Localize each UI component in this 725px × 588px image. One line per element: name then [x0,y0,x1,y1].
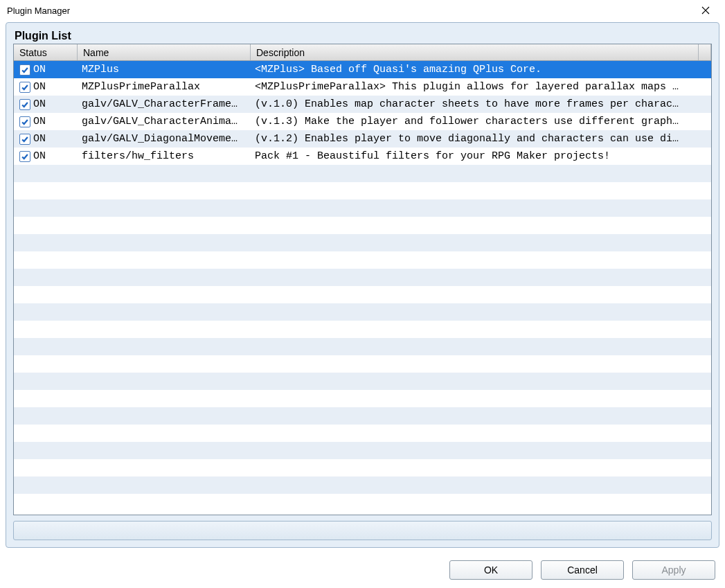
status-checkbox[interactable] [19,99,30,110]
status-checkbox[interactable] [19,116,30,127]
empty-row[interactable] [14,373,711,390]
content-panel: Plugin List Status Name Description ONMZ… [6,22,719,548]
description-cell: (v.1.3) Make the player and follower cha… [251,116,711,127]
status-checkbox[interactable] [19,134,30,145]
empty-row[interactable] [14,390,711,407]
dialog-buttons: OK Cancel Apply [0,553,725,588]
plugin-row[interactable]: ONgalv/GALV_CharacterFrame…(v.1.0) Enabl… [14,96,711,113]
name-cell: galv/GALV_DiagonalMoveme… [78,133,251,145]
apply-button[interactable]: Apply [632,560,715,580]
section-title: Plugin List [15,30,712,42]
plugin-row[interactable]: ONMZPlusPrimeParallax<MZPlusPrimeParalla… [14,78,711,96]
status-cell: ON [14,64,78,75]
name-cell: MZPlusPrimeParallax [78,81,251,93]
cancel-button[interactable]: Cancel [541,560,624,580]
status-cell: ON [14,133,78,145]
status-checkbox[interactable] [19,64,30,75]
empty-row[interactable] [14,303,711,321]
grid-header: Status Name Description [14,44,711,61]
close-button[interactable] [692,0,719,21]
column-header-pad [699,44,711,60]
empty-row[interactable] [14,407,711,425]
titlebar: Plugin Manager [0,0,725,21]
empty-row[interactable] [14,251,711,269]
empty-row[interactable] [14,425,711,442]
empty-row[interactable] [14,338,711,355]
status-text: ON [33,133,46,145]
status-cell: ON [14,81,78,93]
status-checkbox[interactable] [19,82,30,93]
status-checkbox[interactable] [19,151,30,162]
description-cell: <MZPlus> Based off Quasi's amazing QPlus… [251,64,711,75]
name-cell: galv/GALV_CharacterFrame… [78,98,251,110]
empty-row[interactable] [14,182,711,199]
empty-row[interactable] [14,355,711,373]
plugin-grid: Status Name Description ONMZPlus<MZPlus>… [13,44,712,515]
status-text: ON [33,64,46,75]
empty-row[interactable] [14,165,711,182]
status-text: ON [33,98,46,110]
empty-row[interactable] [14,286,711,303]
plugin-row[interactable]: ONgalv/GALV_DiagonalMoveme…(v.1.2) Enabl… [14,130,711,148]
plugin-row[interactable]: ONfilters/hw_filtersPack #1 - Beaustiful… [14,148,711,165]
description-cell: Pack #1 - Beaustiful filters for your RP… [251,150,711,162]
column-header-name[interactable]: Name [78,44,251,60]
empty-row[interactable] [14,269,711,286]
empty-row[interactable] [14,234,711,251]
status-cell: ON [14,116,78,127]
status-cell: ON [14,150,78,162]
empty-row[interactable] [14,321,711,338]
ok-button[interactable]: OK [449,560,532,580]
description-cell: (v.1.0) Enables map character sheets to … [251,98,711,110]
empty-row[interactable] [14,199,711,217]
empty-row[interactable] [14,476,711,494]
name-cell: galv/GALV_CharacterAnima… [78,116,251,127]
empty-row[interactable] [14,217,711,234]
status-bar [13,521,712,540]
status-text: ON [33,116,46,127]
plugin-row[interactable]: ONgalv/GALV_CharacterAnima…(v.1.3) Make … [14,113,711,130]
close-icon [701,6,710,15]
grid-body[interactable]: ONMZPlus<MZPlus> Based off Quasi's amazi… [14,61,711,515]
status-text: ON [33,150,46,162]
empty-row[interactable] [14,459,711,476]
status-cell: ON [14,98,78,110]
column-header-description[interactable]: Description [251,44,699,60]
name-cell: filters/hw_filters [78,150,251,162]
empty-row[interactable] [14,494,711,511]
plugin-manager-window: Plugin Manager Plugin List Status Name D… [0,0,725,588]
description-cell: <MZPlusPrimeParallax> This plugin allows… [251,81,711,93]
plugin-row[interactable]: ONMZPlus<MZPlus> Based off Quasi's amazi… [14,61,711,78]
name-cell: MZPlus [78,64,251,75]
column-header-status[interactable]: Status [14,44,78,60]
description-cell: (v.1.2) Enables player to move diagonall… [251,133,711,145]
status-text: ON [33,81,46,93]
empty-row[interactable] [14,442,711,459]
window-title: Plugin Manager [6,6,692,16]
